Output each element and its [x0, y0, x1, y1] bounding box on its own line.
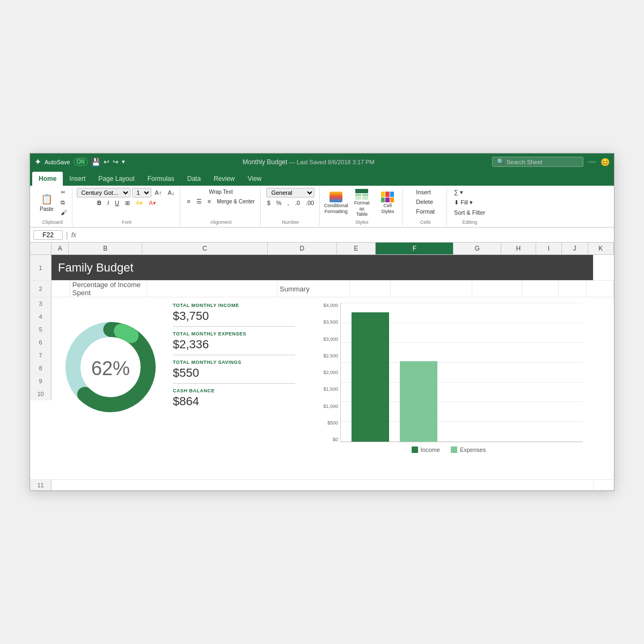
col-header-i[interactable]: I — [536, 243, 562, 254]
undo-icon[interactable]: ↩ — [104, 158, 109, 166]
legend-income-color — [412, 447, 418, 453]
insert-button[interactable]: Insert — [414, 188, 437, 196]
col-header-c[interactable]: C — [142, 243, 268, 254]
format-button[interactable]: Format — [414, 207, 437, 216]
legend-expenses: Expenses — [451, 447, 486, 453]
column-headers: A B C D E F G H I J K — [30, 243, 614, 255]
col-header-b[interactable]: B — [69, 243, 142, 254]
italic-button[interactable]: I — [105, 199, 111, 207]
decrease-font-icon: A↓ — [167, 189, 174, 196]
increase-decimal-button[interactable]: .0 — [293, 199, 302, 207]
cell-g2[interactable] — [472, 281, 522, 297]
row-num-2: 2 — [30, 281, 52, 297]
decrease-decimal-button[interactable]: .00 — [304, 199, 316, 207]
decrease-font-button[interactable]: A↓ — [165, 188, 177, 197]
cell-j2[interactable] — [587, 281, 614, 297]
tab-page-layout[interactable]: Page Layout — [92, 172, 141, 186]
col-header-j[interactable]: J — [562, 243, 588, 254]
cell-11-b[interactable] — [52, 480, 594, 490]
number-group: General $ % , .0 .00 Number — [262, 187, 320, 226]
cell-h2[interactable] — [522, 281, 559, 297]
savings-label: TOTAL MONTHLY SAVINGS — [173, 360, 295, 365]
account-icon[interactable]: 😊 — [601, 158, 610, 166]
font-selector[interactable]: Century Got... — [77, 188, 130, 197]
cell-d2[interactable]: Summary — [277, 281, 350, 297]
save-icon[interactable]: 💾 — [91, 158, 100, 166]
cell-c2[interactable] — [147, 281, 277, 297]
autosum-button[interactable]: ∑ ▾ — [452, 188, 487, 197]
increase-font-button[interactable]: A↑ — [153, 188, 164, 197]
copy-button[interactable]: ⧉ — [58, 198, 69, 207]
search-box[interactable]: 🔍 Search Sheet — [492, 157, 583, 167]
col-header-k[interactable]: K — [588, 243, 614, 254]
format-as-table-button[interactable]: Format as Table — [350, 188, 374, 218]
summary-item-expenses: TOTAL MONTHLY EXPENSES $2,336 — [173, 331, 295, 355]
font-size-selector[interactable]: 11 — [132, 188, 151, 197]
formula-bar: | fx — [30, 228, 614, 243]
font-color-button[interactable]: A▾ — [147, 199, 158, 208]
merge-center-button[interactable]: Merge & Center — [215, 197, 257, 206]
tab-home[interactable]: Home — [32, 172, 63, 186]
underline-button[interactable]: U — [113, 199, 121, 207]
summary-item-income: TOTAL MONTHLY INCOME $3,750 — [173, 303, 295, 327]
col-header-g[interactable]: G — [453, 243, 501, 254]
cell-f2[interactable] — [391, 281, 472, 297]
currency-button[interactable]: $ — [265, 199, 273, 207]
y-label-3000: $3,000 — [323, 336, 338, 342]
cell-i2[interactable] — [559, 281, 586, 297]
income-value: $3,750 — [173, 309, 295, 323]
autosave-toggle[interactable]: ON — [74, 158, 88, 166]
cell-a2[interactable] — [52, 281, 70, 297]
tab-review[interactable]: Review — [207, 172, 241, 186]
share-button[interactable] — [588, 161, 596, 163]
autosave-label: AutoSave — [45, 159, 70, 165]
main-data-area: 62% TOTAL MONTHLY INCOME $3,750 TOTAL MO… — [52, 297, 594, 458]
row-5: 5 — [39, 323, 42, 336]
svg-rect-0 — [355, 189, 368, 193]
col-header-h[interactable]: H — [501, 243, 536, 254]
border-button[interactable]: ⊞ — [123, 199, 132, 208]
cell-e2[interactable] — [350, 281, 391, 297]
align-right-button[interactable]: ≡ — [206, 197, 213, 206]
cell-styles-button[interactable]: Cell Styles — [376, 191, 399, 216]
col-header-f[interactable]: F — [376, 243, 453, 254]
tab-data[interactable]: Data — [181, 172, 207, 186]
main-content-row: 3 4 5 6 7 8 9 10 — [30, 297, 614, 480]
format-table-icon — [355, 189, 368, 200]
delete-button[interactable]: Delete — [414, 197, 437, 206]
summary-item-cash: CASH BALANCE $864 — [173, 388, 295, 408]
col-header-e[interactable]: E — [337, 243, 376, 254]
col-header-a[interactable]: A — [52, 243, 69, 254]
tab-insert[interactable]: Insert — [63, 172, 92, 186]
tab-formulas[interactable]: Formulas — [141, 172, 181, 186]
paste-button[interactable]: 📋 Paste — [36, 192, 57, 213]
sheet-area: 1 Family Budget 2 Percentage of Income S… — [30, 255, 614, 491]
fill-button[interactable]: ⬇ Fill ▾ — [452, 198, 487, 207]
cell-reference-input[interactable] — [33, 230, 63, 240]
wrap-text-button[interactable]: Wrap Text — [207, 188, 235, 196]
increase-font-icon: A↑ — [155, 189, 162, 196]
bold-button[interactable]: B — [95, 199, 104, 207]
conditional-formatting-button[interactable]: Conditional Formatting — [324, 191, 348, 216]
percent-button[interactable]: % — [274, 199, 284, 207]
formula-input[interactable] — [79, 231, 611, 239]
cut-button[interactable]: ✂ — [58, 188, 69, 197]
format-painter-button[interactable]: 🖌 — [58, 208, 69, 217]
chart-plot-area: $4,000 $3,500 $3,000 $2,500 $2,000 $1,50… — [314, 303, 583, 442]
align-left-button[interactable]: ≡ — [185, 197, 192, 206]
cells-group: Insert Delete Format Cells — [404, 187, 447, 226]
redo-icon[interactable]: ↪ — [113, 158, 119, 166]
number-format-selector[interactable]: General — [266, 188, 314, 197]
col-header-d[interactable]: D — [268, 243, 337, 254]
align-center-button[interactable]: ☰ — [194, 197, 204, 206]
cell-b2[interactable]: Percentage of Income Spent — [70, 281, 147, 297]
excel-window: ✦ AutoSave ON 💾 ↩ ↪ ▾ Monthly Budget — L… — [30, 153, 614, 491]
title-cell[interactable]: Family Budget — [52, 255, 594, 280]
title-right: 🔍 Search Sheet 😊 — [492, 157, 610, 167]
svg-rect-3 — [355, 197, 361, 200]
comma-button[interactable]: , — [286, 199, 291, 207]
fill-color-button[interactable]: A▾ — [134, 199, 145, 208]
tab-view[interactable]: View — [241, 172, 268, 186]
formula-separator: | — [66, 231, 68, 239]
sort-filter-button[interactable]: Sort & Filter — [452, 208, 487, 217]
